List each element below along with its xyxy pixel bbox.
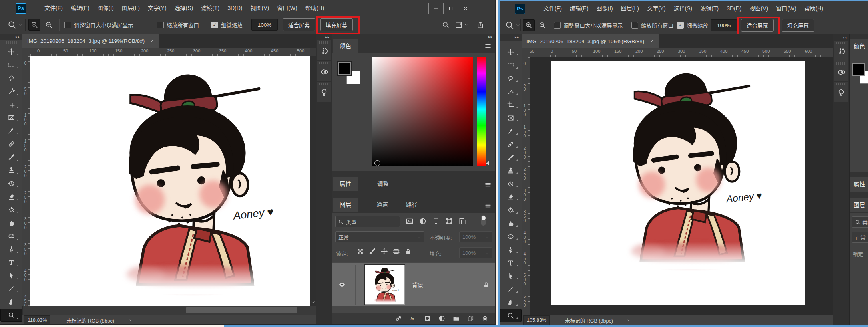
frame-tool[interactable] [0,111,22,124]
line-tool[interactable] [0,282,22,295]
gradient-tool[interactable] [500,204,522,217]
delete-layer-icon[interactable] [482,315,488,322]
horizontal-ruler[interactable]: 50050100150200250300350400450500550600 [530,48,833,58]
resize-windows-checkbox[interactable]: 调整窗口大小以满屏显示 [64,16,133,34]
menu-item[interactable]: 图像(I) [94,0,118,16]
menu-item[interactable]: 文字(Y) [144,0,171,16]
menu-item[interactable]: 选择(S) [670,1,697,16]
status-flyout-icon[interactable] [128,318,132,322]
path-select-tool[interactable] [500,270,522,283]
vertical-ruler[interactable]: 050100150200250300350400450 [22,56,31,306]
blend-mode-dropdown[interactable]: 正常 [852,232,868,243]
status-flyout-icon[interactable] [626,318,630,322]
canvas[interactable] [30,56,310,306]
share-button[interactable] [477,16,484,34]
fill-dropdown[interactable]: 100% [459,247,492,258]
document-tab[interactable]: IMG_20190206_183204_3.jpg @ 106%(RGB/8#) [522,34,659,48]
vertical-ruler[interactable]: 050100150200250300350400450500550 [522,57,530,315]
zoom-percent-field[interactable]: 100% [251,19,278,31]
tab-close-icon[interactable] [650,39,654,43]
move-tool[interactable] [0,45,22,58]
zoom-tool[interactable] [500,309,522,322]
marquee-tool[interactable] [500,59,522,72]
maximize-button[interactable] [443,3,458,14]
close-button[interactable] [458,3,473,14]
vertical-scrollbar[interactable] [310,56,316,306]
pen-tool[interactable] [0,243,22,256]
crop-tool[interactable] [0,98,22,111]
layer-visibility-eye-icon[interactable] [338,281,346,288]
shape-layer-icon[interactable] [446,218,453,225]
pen-tool[interactable] [500,243,522,256]
tab-layers[interactable]: 图层 [333,198,358,212]
menu-item[interactable]: 窗口(W) [772,1,800,16]
scrubby-zoom-checkbox[interactable]: ✓细微缩放 [211,16,243,34]
layer-row-background[interactable]: 背景 [332,263,496,306]
expand-panels-icon[interactable]: ▸▸ [316,34,332,40]
status-zoom-level[interactable]: 118.83% [24,315,50,325]
libraries-panel-button[interactable] [317,61,331,81]
tab-properties[interactable]: 属性 [850,177,868,192]
zoom-percent-field[interactable]: 100% [711,19,737,31]
resize-windows-checkbox[interactable]: 调整窗口大小以满屏显示 [554,16,623,34]
type-tool[interactable] [500,256,522,270]
search-button[interactable] [442,16,449,34]
tab-color[interactable]: 颜色 [850,39,868,54]
clone-stamp-tool[interactable] [500,164,522,177]
brush-tool[interactable] [500,151,522,164]
group-icon[interactable] [453,315,460,322]
horizontal-scrollbar[interactable] [30,306,310,315]
menu-item[interactable]: 图像(I) [593,1,617,16]
color-cursor[interactable] [374,160,380,166]
opacity-dropdown[interactable]: 100% [459,231,492,242]
pasteboard[interactable] [530,57,833,315]
history-brush-tool[interactable] [500,177,522,190]
layer-styles-icon[interactable]: fx [410,315,416,322]
zoom-tool-badge[interactable] [8,16,22,34]
path-select-tool[interactable] [0,269,22,282]
menu-item[interactable]: 滤镜(T) [696,1,723,16]
tab-adjustments[interactable]: 调整 [370,177,396,191]
layer-mask-icon[interactable] [424,315,431,322]
zoom-in-button[interactable] [523,19,535,31]
gradient-tool[interactable] [0,203,22,216]
lock-transparent-icon[interactable] [357,248,364,255]
menu-item[interactable]: 图层(L) [617,1,643,16]
menu-item[interactable]: 文件(F) [540,1,566,16]
smart-object-icon[interactable] [459,218,466,225]
horizontal-ruler[interactable]: 050100150200250300350400450500550 [30,48,310,57]
spot-healing-tool[interactable] [500,138,522,151]
tab-color[interactable]: 颜色 [333,39,358,53]
libraries-panel-button[interactable] [834,61,848,81]
new-layer-icon[interactable] [467,315,474,322]
lasso-tool[interactable] [500,72,522,85]
adjustment-icon[interactable] [438,315,445,322]
marquee-tool[interactable] [0,58,22,71]
fit-screen-button[interactable]: 适合屏幕 [283,18,315,31]
tab-channels[interactable]: 通道 [370,198,395,212]
learn-panel-button[interactable] [834,82,848,102]
layer-filter-type-dropdown[interactable]: 类型 [335,216,400,227]
magic-wand-tool[interactable] [0,85,22,98]
tab-paths[interactable]: 路径 [399,198,424,212]
menu-item[interactable]: 文字(Y) [643,1,670,16]
canvas[interactable] [551,61,805,305]
saturation-brightness-field[interactable] [372,57,473,166]
menu-item[interactable]: 3D(D) [223,0,246,16]
spot-healing-tool[interactable] [0,137,22,151]
move-tool[interactable] [500,46,522,59]
menu-item[interactable]: 帮助(H) [301,0,328,16]
blend-mode-dropdown[interactable]: 正常 [335,231,424,242]
hand-tool[interactable] [0,295,22,309]
menu-item[interactable]: 编辑(E) [566,1,593,16]
zoom-all-windows-checkbox[interactable]: 缩放所有窗口 [157,16,199,34]
scrubby-zoom-checkbox[interactable]: ✓细微缩放 [677,16,708,34]
history-panel-button[interactable] [317,40,331,60]
filter-toggle[interactable] [481,215,486,226]
title-bar[interactable]: Ps 文件(F)编辑(E)图像(I)图层(L)文字(Y)选择(S)滤镜(T)3D… [500,1,868,16]
hue-slider-arrow[interactable] [486,161,489,166]
dodge-tool[interactable] [500,230,522,243]
zoom-in-button[interactable] [28,19,40,31]
pixel-layer-icon[interactable] [406,218,413,225]
zoom-all-windows-checkbox[interactable]: 缩放所有窗口 [631,16,673,34]
